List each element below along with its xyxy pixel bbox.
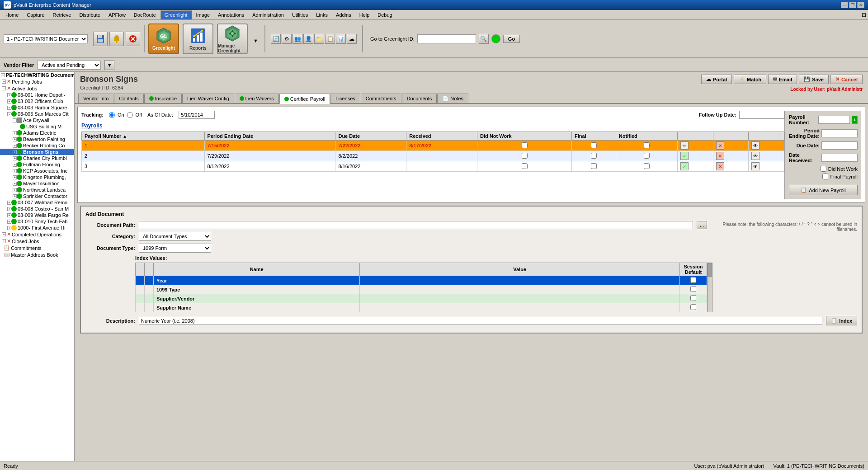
- tab-insurance[interactable]: Insurance: [144, 94, 182, 103]
- filter4-button[interactable]: 📁: [314, 34, 324, 44]
- sidebar-item-03001[interactable]: + 03-001 Home Depot -: [0, 92, 74, 98]
- pending-expand-icon[interactable]: +: [2, 80, 6, 84]
- row1-edit-btn[interactable]: ✏: [680, 141, 689, 150]
- sidebar-item-completed[interactable]: + ✕ Completed Operations: [0, 231, 74, 238]
- filter1-button[interactable]: ⚙: [282, 34, 292, 44]
- idx3-value[interactable]: [360, 294, 680, 303]
- bell-button[interactable]: [109, 32, 124, 46]
- 03002-expand-icon[interactable]: +: [7, 99, 11, 103]
- row2-dnw-check[interactable]: [522, 153, 528, 159]
- menu-retrieve[interactable]: Retrieve: [49, 10, 75, 19]
- did-not-work-checkbox[interactable]: [821, 166, 826, 172]
- 03009-expand-icon[interactable]: +: [7, 213, 11, 217]
- email-button[interactable]: ✉ Email: [768, 75, 797, 84]
- sidebar-item-master[interactable]: 📖 Master Address Book: [0, 251, 74, 258]
- root-expand-icon[interactable]: -: [1, 73, 5, 77]
- sidebar-item-adams[interactable]: + Adams Electric: [0, 130, 74, 136]
- row2-edit-btn[interactable]: ✓: [680, 152, 689, 160]
- fullman-expand-icon[interactable]: +: [13, 163, 17, 167]
- tab-lien-waivers[interactable]: Lien Waivers: [235, 94, 279, 103]
- 03010-expand-icon[interactable]: +: [7, 220, 11, 224]
- sidebar-item-03005[interactable]: - 03-005 San Marcos Cit: [0, 111, 74, 117]
- sidebar-item-usg[interactable]: USG Building M: [0, 123, 74, 130]
- menu-image[interactable]: Image: [193, 10, 214, 19]
- reports-toolbar-button[interactable]: Reports: [183, 24, 213, 54]
- 03005-expand-icon[interactable]: -: [7, 112, 11, 116]
- doc-path-input[interactable]: [139, 221, 693, 229]
- table-row[interactable]: 3 8/12/2022 8/16/2022 ✓ ✕ 👁: [82, 161, 784, 172]
- menu-home[interactable]: Home: [2, 10, 22, 19]
- row3-final-check[interactable]: [591, 163, 597, 169]
- final-payroll-checkbox[interactable]: [822, 174, 828, 179]
- index-button[interactable]: 📋 Index: [826, 316, 857, 325]
- filter5-button[interactable]: 📋: [325, 34, 335, 44]
- idx1-value-input[interactable]: [363, 278, 677, 283]
- save-small-button[interactable]: [93, 32, 108, 46]
- description-input[interactable]: [139, 317, 822, 325]
- sidebar-item-bronson[interactable]: + Bronson Signs: [0, 149, 74, 155]
- tab-contacts[interactable]: Contacts: [114, 94, 143, 103]
- go-button[interactable]: Go: [503, 35, 520, 43]
- row3-view-btn[interactable]: 👁: [751, 162, 760, 170]
- payroll-number-right-input[interactable]: [818, 116, 850, 124]
- idx1-value[interactable]: [360, 276, 680, 285]
- idx3-value-input[interactable]: [363, 296, 677, 301]
- adams-expand-icon[interactable]: +: [13, 131, 17, 135]
- row1-view-btn[interactable]: 👁: [751, 141, 760, 150]
- table-row[interactable]: 2 7/29/2022 8/2/2022 ✓ ✕ 👁: [82, 151, 784, 161]
- filter6-button[interactable]: 📊: [336, 34, 346, 44]
- menu-utilities[interactable]: Utilities: [288, 10, 311, 19]
- menu-help[interactable]: Help: [356, 10, 373, 19]
- idx4-value-input[interactable]: [363, 305, 677, 310]
- sidebar-item-03009[interactable]: + 03-009 Wells Fargo Re: [0, 212, 74, 218]
- menu-addins[interactable]: Addins: [332, 10, 355, 19]
- table-scrollbar[interactable]: [707, 263, 712, 312]
- index-row[interactable]: Supplier/Vendor: [136, 294, 707, 303]
- row3-dnw-check[interactable]: [522, 163, 528, 169]
- closed-expand-icon[interactable]: +: [2, 239, 6, 243]
- vendor-filter-select[interactable]: Active and Pending Active Pending All In…: [38, 61, 101, 70]
- row2-view-btn[interactable]: 👁: [751, 152, 760, 160]
- tab-documents[interactable]: Documents: [402, 94, 437, 103]
- as-of-date-input[interactable]: [179, 111, 215, 119]
- sidebar-item-03003[interactable]: + 03-003 Harbor Square: [0, 104, 74, 111]
- row2-notified-check[interactable]: [644, 153, 650, 159]
- manage-greenlight-toolbar-button[interactable]: Manage Greenlight: [217, 24, 248, 54]
- kingston-expand-icon[interactable]: +: [13, 175, 17, 179]
- sidebar-item-closed[interactable]: + ✕ Closed Jobs: [0, 238, 74, 244]
- northwest-expand-icon[interactable]: +: [13, 188, 17, 192]
- date-received-right-input[interactable]: [821, 154, 858, 162]
- due-date-right-input[interactable]: [821, 141, 858, 150]
- sidebar-item-beaverton[interactable]: + Beaverton Painting: [0, 136, 74, 142]
- becker-expand-icon[interactable]: +: [13, 144, 17, 148]
- completed-expand-icon[interactable]: +: [2, 232, 6, 236]
- sidebar-item-sprinkler[interactable]: + Sprinkler Contractor: [0, 193, 74, 199]
- menu-links[interactable]: Links: [312, 10, 331, 19]
- tab-licenses[interactable]: Licenses: [330, 94, 360, 103]
- 03001-expand-icon[interactable]: +: [7, 93, 11, 97]
- go-green-button[interactable]: [491, 34, 500, 43]
- doc-category-select[interactable]: All Document Types Tax Documents Payroll…: [139, 232, 211, 241]
- 1000-expand-icon[interactable]: +: [7, 226, 11, 230]
- row2-delete-btn[interactable]: ✕: [716, 152, 724, 160]
- idx3-session-check[interactable]: [690, 295, 696, 301]
- row1-dnw-check[interactable]: [522, 142, 528, 148]
- save-header-button[interactable]: 💾 Save: [799, 75, 829, 84]
- menu-docroute[interactable]: DocRoute: [130, 10, 160, 19]
- sidebar-item-03008[interactable]: + 03-008 Costco - San M: [0, 206, 74, 212]
- window-size-icon[interactable]: ⊡: [862, 12, 866, 18]
- tab-notes[interactable]: 📄 Notes: [437, 94, 468, 103]
- menu-debug[interactable]: Debug: [374, 10, 396, 19]
- index-row[interactable]: 1099 Type: [136, 285, 707, 294]
- add-new-payroll-button[interactable]: 📋 Add New Payroll: [789, 185, 858, 195]
- 03007-expand-icon[interactable]: +: [7, 201, 11, 205]
- sidebar-item-commitments[interactable]: 📋 Commitments: [0, 244, 74, 251]
- browse-button[interactable]: ...: [697, 221, 707, 229]
- bronson-expand-icon[interactable]: +: [13, 150, 17, 154]
- 03008-expand-icon[interactable]: +: [7, 207, 11, 211]
- active-expand-icon[interactable]: -: [2, 86, 6, 90]
- beaverton-expand-icon[interactable]: +: [13, 137, 17, 141]
- charles-expand-icon[interactable]: +: [13, 156, 17, 160]
- tracking-off-radio[interactable]: [127, 112, 133, 118]
- table-row[interactable]: 1 7/15/2022 7/22/2022 8/17/2022 ✏ ✕ 👁: [82, 141, 784, 151]
